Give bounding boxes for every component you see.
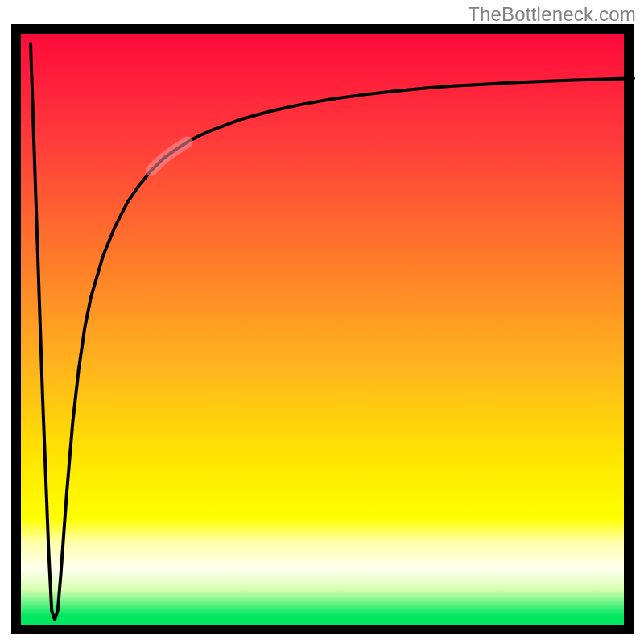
watermark-text: TheBottleneck.com (468, 3, 636, 26)
heat-gradient-background (21, 34, 624, 625)
plot-frame (11, 24, 634, 634)
chart-stage: TheBottleneck.com (0, 0, 644, 644)
